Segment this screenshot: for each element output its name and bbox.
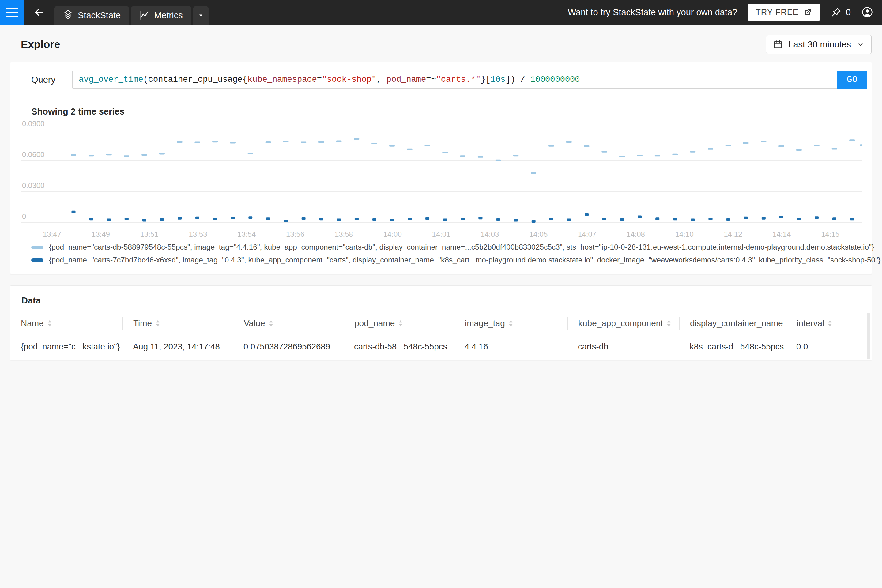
data-point[interactable] [284,220,288,222]
tab-menu-caret[interactable] [193,6,209,24]
data-point[interactable] [390,219,394,221]
data-point[interactable] [337,219,341,221]
data-point[interactable] [425,218,429,220]
data-point[interactable] [177,141,183,143]
data-point[interactable] [709,218,712,220]
data-point[interactable] [442,152,448,153]
tab-metrics[interactable]: Metrics [131,6,191,24]
column-header-kube-app-component[interactable]: kube_app_component [567,316,679,330]
data-point[interactable] [726,218,730,221]
data-point[interactable] [372,218,376,221]
time-range-picker[interactable]: Last 30 minutes [766,35,872,54]
data-point[interactable] [814,216,819,219]
data-point[interactable] [478,156,483,158]
data-point[interactable] [831,148,837,150]
data-point[interactable] [860,144,862,146]
user-avatar-button[interactable] [861,6,873,18]
data-point[interactable] [89,218,93,220]
query-input[interactable]: avg_over_time(container_cpu_usage{kube_n… [72,71,837,88]
hamburger-menu-button[interactable] [0,0,24,24]
data-point[interactable] [496,218,500,221]
data-point[interactable] [178,217,182,220]
back-button[interactable] [24,0,54,24]
data-point[interactable] [160,218,164,221]
data-point[interactable] [743,142,749,144]
data-point[interactable] [195,216,200,219]
data-point[interactable] [620,218,624,221]
data-point[interactable] [248,153,253,154]
data-point[interactable] [319,218,323,220]
data-point[interactable] [690,151,696,153]
data-point[interactable] [779,216,783,218]
data-point[interactable] [425,145,430,146]
data-point[interactable] [514,219,518,222]
column-header-interval[interactable]: interval [786,316,871,330]
data-point[interactable] [566,141,572,143]
column-header-pod-name[interactable]: pod_name [344,316,454,330]
data-point[interactable] [460,155,465,157]
data-point[interactable] [761,141,766,142]
data-point[interactable] [283,141,288,142]
data-point[interactable] [302,218,306,220]
data-point[interactable] [585,213,589,216]
data-point[interactable] [443,219,447,221]
data-point[interactable] [513,155,519,156]
data-point[interactable] [355,218,358,220]
data-point[interactable] [532,220,536,223]
data-point[interactable] [124,155,129,157]
data-point[interactable] [408,218,412,220]
pinned-items-button[interactable]: 0 [831,7,851,18]
data-point[interactable] [638,215,642,218]
data-point[interactable] [850,218,854,220]
data-point[interactable] [495,159,501,161]
data-point[interactable] [301,142,306,143]
data-point[interactable] [814,145,819,146]
data-point[interactable] [762,217,766,220]
data-point[interactable] [478,217,482,219]
data-point[interactable] [584,146,590,147]
data-point[interactable] [248,216,252,219]
data-point[interactable] [549,145,554,147]
data-point[interactable] [195,142,200,143]
go-button[interactable]: GO [837,71,867,88]
data-point[interactable] [231,217,235,219]
column-header-value[interactable]: Value [233,316,344,330]
data-point[interactable] [673,218,677,220]
column-header-name[interactable]: Name [10,316,123,330]
data-point[interactable] [672,154,678,155]
data-point[interactable] [849,140,855,141]
data-point[interactable] [726,145,731,146]
data-point[interactable] [230,142,236,144]
data-point[interactable] [407,148,412,150]
table-scrollbar[interactable] [867,313,870,359]
data-point[interactable] [71,154,76,156]
data-point[interactable] [106,154,112,155]
data-point[interactable] [389,145,395,147]
data-point[interactable] [88,155,94,156]
data-point[interactable] [124,218,129,220]
data-point[interactable] [159,153,165,154]
data-point[interactable] [212,141,218,142]
data-point[interactable] [107,219,111,221]
data-point[interactable] [832,218,836,220]
data-point[interactable] [531,172,536,174]
data-point[interactable] [602,151,607,153]
data-point[interactable] [637,154,642,156]
column-header-display-container-name[interactable]: display_container_name [679,316,786,330]
tab-stackstate[interactable]: StackState [54,6,129,24]
data-point[interactable] [656,218,659,220]
data-point[interactable] [744,216,748,219]
data-point[interactable] [461,218,465,220]
data-point[interactable] [549,218,554,220]
data-point[interactable] [266,141,271,143]
data-point[interactable] [691,219,695,221]
data-point[interactable] [602,218,606,220]
data-point[interactable] [336,141,342,142]
data-point[interactable] [708,148,713,150]
data-point[interactable] [72,211,76,213]
column-header-time[interactable]: Time [123,316,233,330]
data-point[interactable] [797,218,801,220]
data-point[interactable] [619,156,625,157]
data-point[interactable] [318,141,324,143]
data-point[interactable] [778,146,784,147]
